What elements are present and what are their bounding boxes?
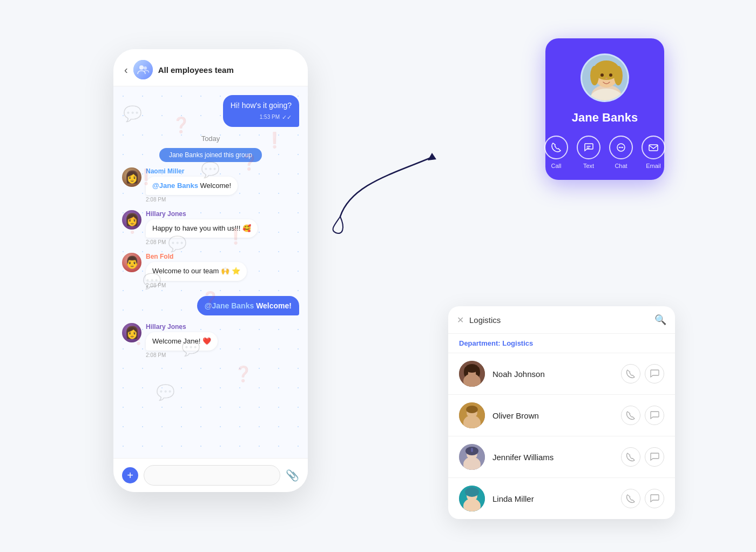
profile-actions: Call Text: [544, 136, 665, 169]
naomi-bubble: @Jane Banks Welcome!: [146, 177, 238, 195]
ben-silhouette: 👨: [122, 253, 141, 272]
oliver-actions: [621, 406, 664, 425]
ben-name: Ben Fold: [146, 253, 247, 260]
outgoing-bubble-1: Hi! how's it going? 1:53 PM ✓✓: [223, 95, 299, 127]
group-name-label: All employees team: [158, 65, 234, 75]
linda-call-btn[interactable]: [621, 489, 640, 508]
text-icon-wrap: [577, 136, 600, 159]
ben-bubble: Welcome to our team 🙌 ⭐: [146, 262, 247, 280]
group-avatar: [133, 60, 153, 79]
noah-call-btn[interactable]: [621, 364, 640, 383]
curved-arrow: [329, 141, 448, 238]
call-action-btn[interactable]: Call: [544, 136, 568, 169]
profile-avatar-svg: [582, 55, 629, 102]
directory-search-input[interactable]: [469, 315, 649, 325]
svg-point-16: [619, 147, 620, 148]
hillary-bubble-2: Welcome Jane! ❤️: [146, 332, 218, 351]
avatar-ben: 👨: [122, 253, 141, 272]
avatar-hillary: 👩: [122, 210, 141, 230]
msg-content-hillary-1: Hillary Jones Happy to have you with us!…: [146, 210, 258, 245]
svg-point-17: [620, 147, 622, 148]
outgoing-message-1: Hi! how's it going? 1:53 PM ✓✓: [122, 95, 299, 127]
linda-chat-btn[interactable]: [645, 489, 664, 508]
svg-point-1: [144, 66, 147, 70]
svg-point-12: [605, 78, 608, 79]
svg-point-28: [466, 406, 478, 413]
hillary-time-1: 2:08 PM: [146, 239, 258, 245]
msg-content-naomi: Naomi Miller @Jane Banks Welcome! 2:08 P…: [146, 167, 238, 203]
message-hillary-1: 👩 Hillary Jones Happy to have you with u…: [122, 210, 299, 245]
email-action-btn[interactable]: Email: [642, 136, 665, 169]
scene: ‹ All employees team 💬 ❓ 💬: [81, 33, 675, 519]
ben-time: 2:08 PM: [146, 282, 247, 288]
directory-card: ✕ 🔍 Department: Logistics: [448, 306, 675, 519]
naomi-silhouette: 👩: [122, 167, 141, 187]
dir-person-noah[interactable]: Noah Johnson: [448, 353, 675, 394]
chat-input[interactable]: [144, 465, 280, 486]
text-label: Text: [583, 163, 594, 169]
search-clear-icon[interactable]: ✕: [457, 315, 464, 325]
dir-person-jennifer[interactable]: Jennifer Williams: [448, 436, 675, 477]
oliver-silhouette: [459, 402, 485, 428]
noah-name: Noah Johnson: [492, 369, 613, 379]
linda-silhouette: [459, 486, 485, 511]
noah-chat-btn[interactable]: [645, 364, 664, 383]
outgoing-mention-bubble: @Jane Banks Welcome!: [197, 296, 299, 315]
svg-point-10: [600, 73, 604, 77]
message-hillary-2: 👩 Hillary Jones Welcome Jane! ❤️ 2:08 PM: [122, 323, 299, 358]
phone-header: ‹ All employees team: [113, 49, 308, 86]
jennifer-call-btn[interactable]: [621, 447, 640, 467]
chat-input-row: + 📎: [113, 458, 308, 492]
jennifer-chat-btn[interactable]: [645, 447, 664, 467]
hillary-bubble-1: Happy to have you with us!!! 🥰: [146, 219, 258, 238]
svg-rect-33: [471, 448, 473, 452]
svg-point-8: [590, 66, 599, 85]
avatar-naomi: 👩: [122, 167, 141, 187]
attach-icon[interactable]: 📎: [286, 469, 299, 482]
naomi-time: 2:08 PM: [146, 197, 238, 203]
dept-name[interactable]: Logistics: [502, 339, 533, 347]
naomi-text: Welcome!: [200, 181, 232, 190]
profile-card: Jane Banks Call Text: [545, 38, 664, 180]
oliver-call-btn[interactable]: [621, 406, 640, 425]
email-icon-wrap: [642, 136, 665, 159]
svg-point-9: [614, 66, 623, 85]
outgoing-meta-1: 1:53 PM ✓✓: [231, 113, 292, 122]
svg-rect-19: [649, 145, 658, 151]
profile-name: Jane Banks: [572, 111, 638, 125]
hillary-2-silhouette: 👩: [122, 323, 141, 342]
hillary-name-2: Hillary Jones: [146, 323, 218, 331]
chat-phone: ‹ All employees team 💬 ❓ 💬: [113, 49, 308, 492]
add-button[interactable]: +: [122, 467, 138, 483]
date-label: Today: [201, 134, 220, 143]
jennifer-name: Jennifer Williams: [492, 453, 613, 462]
oliver-name: Oliver Brown: [492, 411, 613, 420]
avatar-noah: [459, 361, 485, 387]
svg-point-11: [609, 73, 612, 77]
dir-person-oliver[interactable]: Oliver Brown: [448, 394, 675, 436]
msg-content-hillary-2: Hillary Jones Welcome Jane! ❤️ 2:08 PM: [146, 323, 218, 358]
email-label: Email: [646, 163, 661, 169]
noah-silhouette: [459, 361, 485, 387]
outgoing-text-1: Hi! how's it going?: [231, 101, 292, 110]
chat-icon-wrap: [609, 136, 633, 159]
call-label: Call: [551, 163, 562, 169]
dir-dept-row: Department: Logistics: [448, 334, 675, 353]
join-notification: Jane Banks joined this group: [122, 148, 299, 162]
jennifer-silhouette: [459, 444, 485, 470]
chat-action-btn[interactable]: Chat: [609, 136, 633, 169]
profile-avatar: [580, 53, 629, 102]
message-naomi: 👩 Naomi Miller @Jane Banks Welcome! 2:08…: [122, 167, 299, 203]
call-icon-wrap: [544, 136, 568, 159]
oliver-chat-btn[interactable]: [645, 406, 664, 425]
avatar-linda: [459, 486, 485, 511]
naomi-name: Naomi Miller: [146, 167, 238, 175]
dir-person-linda[interactable]: Linda Miller: [448, 477, 675, 519]
svg-point-0: [139, 65, 144, 70]
back-button[interactable]: ‹: [124, 64, 128, 76]
text-action-btn[interactable]: Text: [577, 136, 600, 169]
search-icon[interactable]: 🔍: [654, 314, 666, 326]
svg-point-37: [465, 487, 479, 497]
hillary-time-2: 2:08 PM: [146, 352, 218, 358]
avatar-hillary-2: 👩: [122, 323, 141, 342]
